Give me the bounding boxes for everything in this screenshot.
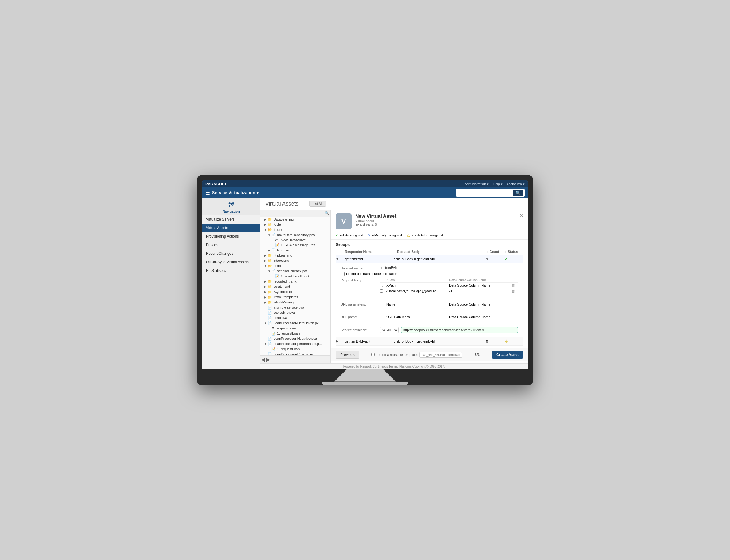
- add-request-body-btn[interactable]: +: [380, 294, 518, 300]
- pva-icon: 📄: [268, 311, 272, 315]
- asset-type: Virtual Asset: [355, 219, 396, 223]
- service-def-type-select[interactable]: WSDL: [380, 327, 399, 333]
- tree-item-datalearning[interactable]: ▶ 📁DataLearning: [260, 217, 330, 222]
- tree-item-whatsmissing[interactable]: ▶ 📁whatsMissing: [260, 300, 330, 305]
- message-icon: 📝: [271, 347, 276, 351]
- tree-arrow-icon: ▶: [264, 259, 268, 262]
- help-menu[interactable]: Help ▾: [493, 182, 503, 186]
- tree-item-new-datasource[interactable]: 🗃New Datasource: [260, 238, 330, 243]
- tree-item-loanprocessor-perf[interactable]: ▼ 📄LoanProcessor-performance.p...: [260, 341, 330, 347]
- tree-item-omni[interactable]: ▼ 📂omni: [260, 263, 330, 269]
- tree-arrow-icon: ▶: [264, 295, 268, 299]
- previous-button[interactable]: Previous: [335, 351, 359, 359]
- logo: PARASOFT.: [205, 182, 228, 186]
- tree-item-recorded-traffic[interactable]: ▶ 📁recorded_traffic: [260, 279, 330, 284]
- tree-item-sendtocallback[interactable]: ▼ 📄sendToCallBack.pva: [260, 269, 330, 274]
- sidebar-item-virtualize-servers[interactable]: Virtualize Servers: [202, 215, 260, 224]
- logo-text: PARASOFT.: [205, 182, 228, 186]
- tree-item-loanprocessor-dd[interactable]: ▼ 📄LoanProcessor-DataDriven.pv...: [260, 321, 330, 326]
- folder-icon: 📁: [268, 223, 272, 227]
- tree-item-loanperf-msg[interactable]: 📝1. requestLoan: [260, 347, 330, 352]
- tree-arrow-icon: [271, 243, 275, 247]
- pva-icon: 📄: [268, 321, 272, 325]
- tree-item-loanprocessor-neg[interactable]: 📄LoanProcessor-Negative.pva: [260, 336, 330, 341]
- tree-item-requestloan[interactable]: ⚙requestLoan: [260, 326, 330, 331]
- tree-arrow-icon: ▶: [268, 249, 271, 252]
- admin-menu[interactable]: Administration ▾: [465, 182, 489, 186]
- legend-needs-label: Needs to be configured: [411, 234, 443, 237]
- ds-row2-delete[interactable]: 🗑: [512, 289, 518, 293]
- page-header: Virtual Assets | List All: [260, 198, 528, 210]
- content-area: Virtual Assets | List All 🔍 ▶ 📁DataLearn…: [260, 198, 528, 369]
- sidebar-item-virtual-assets[interactable]: Virtual Assets: [202, 224, 260, 232]
- top-bar: PARASOFT. Administration ▾ Help ▾ ccolos…: [202, 180, 528, 187]
- tree-item-sqlmodifier[interactable]: ▶ 📁SQLmodifier: [260, 289, 330, 295]
- tree-item-makedatarepository[interactable]: ▼ 📄makeDataRepository.pva: [260, 232, 330, 238]
- create-asset-button[interactable]: Create Asset: [492, 351, 523, 359]
- tree-item-soap-message[interactable]: 📝1. SOAP Message Res...: [260, 243, 330, 248]
- list-all-tab[interactable]: List All: [309, 201, 326, 207]
- url-name-col: Name: [387, 302, 449, 306]
- url-path-dscolumn-col: Data Source Column Name: [449, 315, 512, 319]
- correlation-checkbox[interactable]: [340, 272, 344, 276]
- tree-item-ccolosimo[interactable]: 📄ccolosimo.pva: [260, 310, 330, 315]
- service-def-url-input[interactable]: [401, 327, 518, 333]
- tree-item-traffic-templates[interactable]: ▶ 📁traffic_templates: [260, 295, 330, 300]
- search-input[interactable]: [458, 191, 513, 195]
- url-params-header: Name Data Source Column Name: [380, 302, 518, 307]
- tree-item-sendcallback-msg[interactable]: 📝1. send to call back: [260, 274, 330, 279]
- folder-icon: 📁: [268, 285, 272, 289]
- tree-item-requestloan-msg[interactable]: 📝1. requestLoan: [260, 331, 330, 336]
- invalid-pairs-label: Invalid pairs:: [355, 223, 374, 226]
- tree-arrow-icon: ▶: [264, 285, 268, 288]
- service-def-label: Service definition:: [340, 328, 377, 332]
- folder-icon: 📁: [268, 254, 272, 258]
- responder-expand-icon[interactable]: ▼: [335, 257, 345, 261]
- sidebar-item-provisioning-actions[interactable]: Provisioning Actions: [202, 232, 260, 241]
- url-params-label: URL parameters:: [340, 302, 377, 306]
- tree-item-scratchpad[interactable]: ▶ 📁scratchpad: [260, 284, 330, 289]
- tree-item-simple-service[interactable]: 📄a simple service.pva: [260, 305, 330, 310]
- user-menu[interactable]: ccolosimo ▾: [507, 182, 525, 186]
- tree-item-folder[interactable]: ▶ 📁folder: [260, 222, 330, 227]
- th-expand: [335, 250, 345, 254]
- ds-row1-delete[interactable]: 🗑: [512, 284, 518, 287]
- tree-search-icon[interactable]: 🔍: [324, 211, 329, 215]
- tree-item-httplearning[interactable]: ▶ 📁httpLearning: [260, 253, 330, 258]
- add-url-path-btn[interactable]: +: [380, 319, 518, 325]
- sidebar-item-recent-changes[interactable]: Recent Changes: [202, 249, 260, 258]
- ds-row-1: XPath Data Source Column Name 🗑: [380, 283, 518, 288]
- hamburger-icon[interactable]: ☰: [205, 190, 209, 196]
- ds-row1-check[interactable]: [380, 284, 383, 287]
- export-label: Export a reusable template:: [377, 353, 418, 357]
- footer-bar: Powered by Parasoft Continuous Testing P…: [260, 363, 528, 369]
- ds-row1-xpath: XPath: [387, 284, 449, 287]
- search-button[interactable]: 🔍: [513, 190, 523, 196]
- request-body-label: Request body:: [340, 278, 377, 282]
- tree-item-interesting[interactable]: ▶ 📁interesting: [260, 258, 330, 263]
- tree-item-testpva[interactable]: ▶ 📄test.pva: [260, 248, 330, 253]
- two-panel: 🔍 ▶ 📁DataLearning ▶ 📁folder ▼ 📂fo: [260, 210, 528, 363]
- sidebar-item-hit-statistics[interactable]: Hit Statistics: [202, 266, 260, 275]
- detail-panel: V New Virtual Asset Virtual Asset Invali…: [331, 210, 528, 363]
- tree-item-echo[interactable]: 📄echo.pva: [260, 315, 330, 321]
- dataset-label: Data set name:: [340, 266, 377, 270]
- tree-next-icon[interactable]: ▶: [266, 357, 270, 362]
- tree-item-forum[interactable]: ▼ 📂forum: [260, 227, 330, 232]
- fault-name: getItemByIdFault: [345, 339, 394, 343]
- app-title[interactable]: Service Virtualization ▾: [212, 190, 258, 195]
- sidebar-item-proxies[interactable]: Proxies: [202, 241, 260, 249]
- export-template-input[interactable]: [420, 352, 462, 358]
- tree-prev-icon[interactable]: ◀: [261, 357, 265, 362]
- folder-icon: 📁: [268, 280, 272, 284]
- sidebar-item-out-of-sync[interactable]: Out-of-Sync Virtual Assets: [202, 258, 260, 266]
- export-checkbox[interactable]: [372, 353, 375, 356]
- fault-expand-icon[interactable]: ▶: [335, 339, 345, 343]
- ds-row2-check[interactable]: [380, 289, 383, 293]
- close-button[interactable]: ✕: [520, 213, 524, 219]
- tree-arrow-icon: [268, 332, 271, 335]
- groups-title: Groups: [335, 242, 523, 247]
- pva-icon: 📄: [268, 316, 272, 320]
- responder-status-icon: ✔: [505, 257, 523, 261]
- add-url-param-btn[interactable]: +: [380, 307, 518, 313]
